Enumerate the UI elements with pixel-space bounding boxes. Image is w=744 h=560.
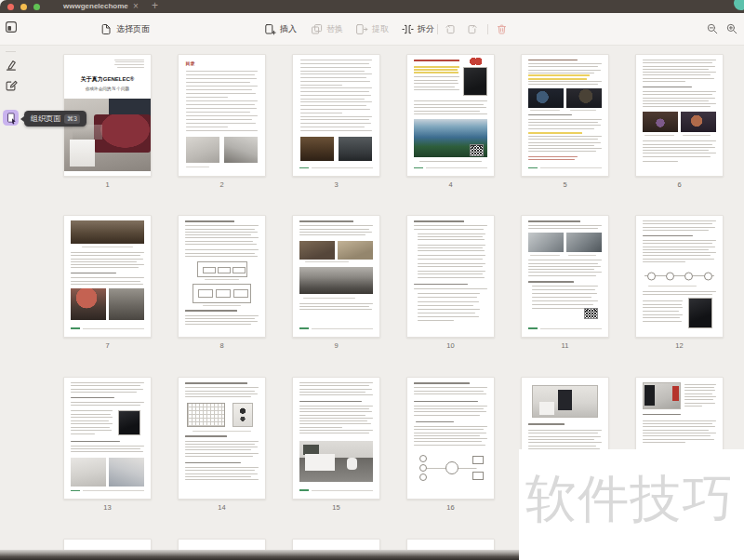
- thumb-text-lines: [418, 245, 485, 246]
- page-thumbnail[interactable]: [178, 215, 266, 338]
- organize-pages-icon: [5, 112, 18, 125]
- thumb-text-lines: [186, 82, 250, 83]
- thumb-text-lines: [414, 80, 457, 81]
- page-thumbnail[interactable]: 目录: [178, 54, 266, 177]
- split-button[interactable]: 拆分: [402, 13, 434, 45]
- thumb-text-lines: [643, 314, 683, 315]
- thumb-text-lines: [300, 113, 341, 113]
- sidebar-annotate-tool[interactable]: [5, 59, 18, 72]
- thumb-text-lines: [418, 233, 485, 234]
- thumb-photo: [539, 402, 555, 415]
- page-thumbnail[interactable]: [292, 215, 380, 338]
- page-thumbnail[interactable]: [406, 215, 495, 338]
- thumb-text-lines: [643, 98, 714, 99]
- sidebar-organize-pages-tool[interactable]: [3, 110, 19, 126]
- thumb-text-lines: [528, 442, 601, 443]
- page-number: 13: [63, 503, 152, 512]
- page-thumbnail[interactable]: [635, 54, 724, 177]
- thumb-text-lines: [414, 87, 455, 87]
- page-thumbnail[interactable]: [521, 215, 609, 338]
- thumb-text-lines: [185, 249, 258, 250]
- speaker-photo: [688, 298, 712, 328]
- thumb-text-lines: [117, 67, 143, 68]
- thumb-text-lines: [643, 69, 708, 70]
- replace-button[interactable]: 替换: [311, 13, 343, 45]
- minimize-window-button[interactable]: [20, 4, 27, 10]
- thumb-text-lines: [528, 139, 598, 140]
- thumb-text-lines: [185, 456, 253, 457]
- page-thumbnail[interactable]: [292, 54, 380, 177]
- thumb-photo: [186, 137, 219, 162]
- insert-button[interactable]: 插入: [264, 13, 297, 45]
- thumb-photo: [305, 454, 335, 471]
- page-thumbnail[interactable]: [406, 54, 495, 177]
- page-number: 12: [635, 341, 724, 350]
- new-tab-icon[interactable]: +: [152, 0, 158, 13]
- close-window-button[interactable]: [7, 4, 14, 10]
- thumb-text-lines: [528, 159, 575, 160]
- thumb-text-lines: [71, 427, 110, 428]
- thumb-text-lines: [71, 423, 113, 424]
- zoom-in-button[interactable]: [726, 13, 737, 45]
- zoom-out-button[interactable]: [707, 13, 718, 45]
- thumb-text-lines: [643, 321, 682, 322]
- account-avatar[interactable]: [734, 0, 744, 10]
- thumb-text-lines: [643, 106, 711, 107]
- thumb-text-lines: [528, 70, 600, 71]
- thumb-diagram: [644, 269, 713, 284]
- thumb-text-lines: [414, 104, 484, 105]
- thumb-footer-logo: [71, 490, 79, 491]
- page-thumbnail[interactable]: [63, 377, 152, 500]
- thumb-text-lines: [643, 423, 712, 424]
- page-thumbnail[interactable]: [635, 215, 724, 338]
- page-thumbnail[interactable]: [63, 215, 152, 338]
- thumb-footer-logo: [414, 167, 422, 168]
- thumb-text-lines: [643, 91, 715, 92]
- page-thumbnail[interactable]: [521, 54, 609, 177]
- watermark-overlay: 软件技巧: [519, 449, 744, 560]
- maximize-window-button[interactable]: [33, 4, 40, 10]
- page-thumbnail[interactable]: [406, 377, 495, 500]
- thumb-text-lines: [115, 61, 143, 62]
- page-thumbnail[interactable]: [292, 377, 380, 500]
- thumb-text-lines: [414, 113, 486, 114]
- thumb-text-lines: [643, 304, 681, 305]
- thumb-text-lines: [528, 225, 601, 226]
- thumb-text-lines: [185, 234, 250, 235]
- thumb-text-lines: [643, 140, 715, 141]
- thumb-text-lines: [185, 256, 257, 257]
- thumb-text-lines: [643, 94, 712, 95]
- sidebar-panel-toggle[interactable]: [5, 20, 18, 33]
- thumb-text-lines: [299, 394, 372, 395]
- delete-pages-button[interactable]: [496, 13, 508, 45]
- thumb-text-lines: [299, 406, 372, 407]
- extract-button[interactable]: 提取: [355, 13, 389, 45]
- tab-close-icon[interactable]: ×: [133, 0, 139, 13]
- sidebar-edit-tool[interactable]: [5, 79, 18, 92]
- thumb-text-lines: [71, 284, 142, 285]
- thumb-text-lines: [414, 76, 458, 77]
- thumb-text-lines: [643, 147, 714, 148]
- thumb-text-lines: [193, 431, 251, 432]
- thumb-footer-logo: [299, 167, 308, 168]
- page-thumbnail[interactable]: [178, 377, 266, 500]
- thumb-text-lines: [71, 382, 143, 383]
- highlighter-icon: [5, 59, 18, 72]
- thumb-text-lines: [299, 430, 372, 431]
- qr-code: [584, 308, 598, 319]
- thumb-footer-logo: [299, 489, 308, 490]
- thumb-text-lines: [418, 266, 483, 267]
- thumb-text-lines: [299, 232, 371, 233]
- thumb-text-lines: [299, 427, 341, 428]
- thumb-text-lines: [528, 275, 596, 276]
- thumb-text-lines: [644, 135, 674, 136]
- thumb-photo: [528, 233, 563, 252]
- thumb-text-lines: [643, 72, 715, 73]
- thumb-text-lines: [185, 225, 258, 226]
- thumb-text-lines: [300, 73, 371, 74]
- rotate-left-button[interactable]: [445, 13, 457, 45]
- thumb-text-lines: [414, 438, 486, 439]
- thumb-text-lines: [643, 240, 715, 241]
- page-number: 3: [292, 180, 380, 189]
- rotate-right-button[interactable]: [466, 13, 478, 45]
